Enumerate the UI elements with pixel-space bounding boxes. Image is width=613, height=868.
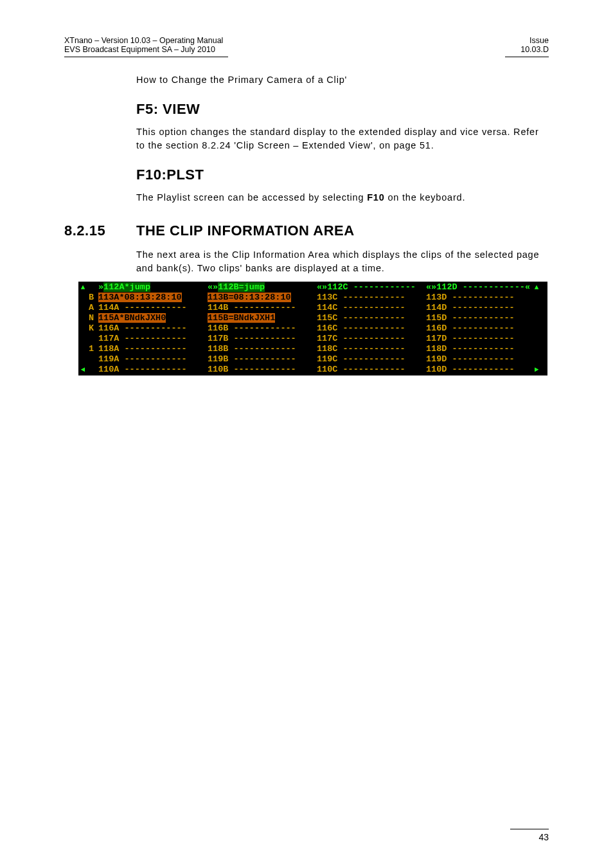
paragraph-change-primary: How to Change the Primary Camera of a Cl… [136,73,549,87]
clip-cell: «»112D ------------« [423,282,533,293]
clip-row: B113A*08:13:28:10113B=08:13:28:10113C --… [79,293,547,303]
scroll-indicator-right [533,334,540,344]
clip-cell: »112A*jump [96,282,205,293]
clip-cell: 115A*BNdkJXH0 [96,313,205,323]
clip-cell: 113C ------------ [314,293,423,303]
clip-cell: «»112C ------------ [314,282,423,293]
scroll-indicator-left: ▲ [79,282,87,293]
scroll-indicator-right [533,303,540,313]
clip-cell: 114B ------------ [205,303,314,313]
clip-cell: 116C ------------ [314,323,423,334]
header-left: XTnano – Version 10.03 – Operating Manua… [64,36,223,54]
bank-letter [87,354,96,365]
scroll-indicator-right [533,354,540,365]
paragraph-f5: This option changes the standard display… [136,125,549,152]
clip-cell: 117C ------------ [314,334,423,344]
clip-cell: 119B ------------ [205,354,314,365]
header-rule [64,57,549,57]
section-number: 8.2.15 [64,222,136,239]
clip-cell: 110C ------------ [314,365,423,375]
clip-cell: 116B ------------ [205,323,314,334]
clip-cell: 115D ------------ [423,313,533,323]
clip-cell: 110A ------------ [96,365,205,375]
heading-f10-plst: F10:PLST [136,167,549,183]
clip-cell: 110D ------------ [423,365,533,375]
section-heading-row: 8.2.15 THE CLIP INFORMATION AREA [64,222,549,239]
scroll-indicator-left [79,323,87,334]
clip-cell: 118B ------------ [205,344,314,354]
clip-row: A114A ------------114B ------------114C … [79,303,547,313]
clip-cell: 117A ------------ [96,334,205,344]
clip-cell: 118C ------------ [314,344,423,354]
clip-row: 1118A ------------118B ------------118C … [79,344,547,354]
scroll-indicator-left: ◄ [79,365,87,375]
clip-cell: 118A ------------ [96,344,205,354]
clip-cell: 114A ------------ [96,303,205,313]
bank-letter [87,334,96,344]
clip-cell: 117B ------------ [205,334,314,344]
content-area: How to Change the Primary Camera of a Cl… [64,73,549,375]
issue-label: Issue [520,36,549,45]
clip-cell: 119D ------------ [423,354,533,365]
bank-letter: 1 [87,344,96,354]
bank-letter [87,365,96,375]
clip-row: K116A ------------116B ------------116C … [79,323,547,334]
scroll-indicator-right: ▲ [533,282,540,293]
clip-cell: 110B ------------ [205,365,314,375]
clip-cell: 113D ------------ [423,293,533,303]
clip-cell: 119C ------------ [314,354,423,365]
doc-title: XTnano – Version 10.03 – Operating Manua… [64,36,223,45]
paragraph-f10-pre: The Playlist screen can be accessed by s… [136,192,367,203]
clip-cell: 113A*08:13:28:10 [96,293,205,303]
page: XTnano – Version 10.03 – Operating Manua… [0,0,613,868]
footer-rule [510,829,549,829]
clip-cell: 116D ------------ [423,323,533,334]
paragraph-section: The next area is the Clip Information Ar… [136,248,549,275]
clip-row: 119A ------------119B ------------119C -… [79,354,547,365]
scroll-indicator-left [79,303,87,313]
clip-cell: 116A ------------ [96,323,205,334]
bank-letter: B [87,293,96,303]
clip-row: ◄ 110A ------------110B ------------110C… [79,365,547,375]
scroll-indicator-left [79,334,87,344]
clip-cell: 119A ------------ [96,354,205,365]
issue-number: 10.03.D [520,45,549,54]
clip-cell: 114C ------------ [314,303,423,313]
bank-letter: N [87,313,96,323]
clip-row: N115A*BNdkJXH0115B=BNdkJXH1115C --------… [79,313,547,323]
heading-f5-view: F5: VIEW [136,101,549,118]
scroll-indicator-right: ► [533,365,540,375]
header-right: Issue 10.03.D [520,36,549,54]
scroll-indicator-left [79,293,87,303]
clip-cell: 117D ------------ [423,334,533,344]
clip-cell: 118D ------------ [423,344,533,354]
page-header: XTnano – Version 10.03 – Operating Manua… [64,36,549,55]
page-number: 43 [538,832,549,842]
clip-row: ▲ »112A*jump«»112B=jump«»112C ----------… [79,282,547,293]
bank-letter: K [87,323,96,334]
scroll-indicator-right [533,293,540,303]
section-title: THE CLIP INFORMATION AREA [136,222,355,239]
clip-cell: 113B=08:13:28:10 [205,293,314,303]
bank-letter [87,282,96,293]
scroll-indicator-right [533,313,540,323]
scroll-indicator-left [79,354,87,365]
paragraph-f10: The Playlist screen can be accessed by s… [136,191,549,204]
clip-row: 117A ------------117B ------------117C -… [79,334,547,344]
clip-cell: «»112B=jump [205,282,314,293]
doc-publisher: EVS Broadcast Equipment SA – July 2010 [64,45,223,54]
scroll-indicator-left [79,313,87,323]
scroll-indicator-right [533,344,540,354]
clip-cell: 115B=BNdkJXH1 [205,313,314,323]
clip-information-area-screenshot: ▲ »112A*jump«»112B=jump«»112C ----------… [78,282,547,375]
clip-cell: 115C ------------ [314,313,423,323]
paragraph-f10-post: on the keyboard. [385,192,466,203]
scroll-indicator-left [79,344,87,354]
key-f10: F10 [367,192,384,203]
scroll-indicator-right [533,323,540,334]
clip-cell: 114D ------------ [423,303,533,313]
bank-letter: A [87,303,96,313]
